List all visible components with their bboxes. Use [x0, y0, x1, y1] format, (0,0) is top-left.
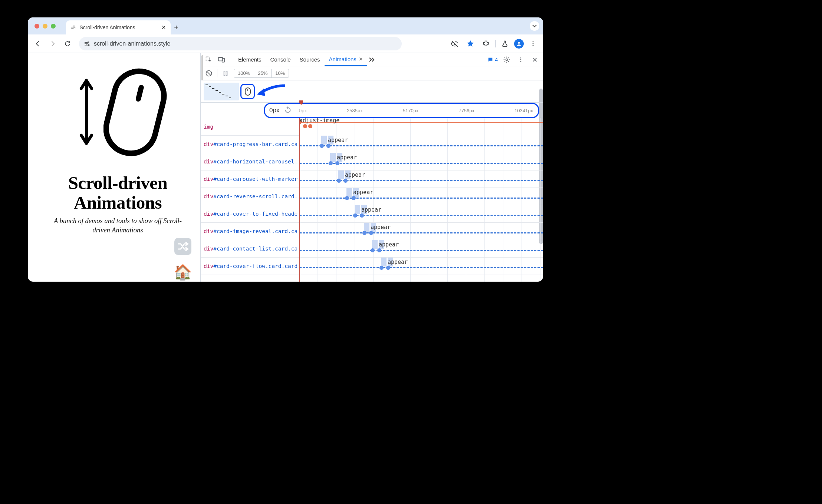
minimize-window[interactable] [43, 24, 47, 29]
keyframe-start[interactable] [337, 179, 341, 183]
keyframe-end[interactable] [326, 144, 331, 148]
track-label[interactable]: div#card-progress-bar.card.ca [201, 136, 299, 153]
close-tab-icon[interactable]: ✕ [359, 56, 363, 62]
thumb-staircase-icon [204, 83, 239, 100]
clear-animations-button[interactable] [204, 68, 214, 79]
svg-point-0 [88, 42, 89, 43]
toolbar-right [448, 37, 539, 50]
speed-100[interactable]: 100% [234, 69, 254, 77]
flask-icon [501, 40, 509, 47]
shuffle-button[interactable] [174, 238, 191, 255]
speed-10[interactable]: 10% [272, 69, 289, 77]
track-label[interactable]: div#card-cover-flow.card.card [201, 258, 299, 275]
keyframe-end[interactable] [343, 179, 348, 183]
device-toggle-button[interactable] [216, 54, 227, 65]
devtools-panel: Elements Console Sources Animations ✕ 4 [201, 53, 543, 282]
issues-button[interactable]: 4 [487, 57, 498, 63]
devtools-tab-animations[interactable]: Animations ✕ [325, 53, 367, 66]
close-tab-icon[interactable]: ✕ [161, 24, 166, 31]
playhead-icon[interactable] [299, 100, 303, 105]
page-viewport[interactable]: Scroll-driven Animations A bunch of demo… [28, 53, 201, 282]
track-lane[interactable]: appear [299, 240, 543, 258]
animation-group-thumbnail[interactable] [204, 83, 239, 100]
message-icon [487, 57, 493, 63]
browser-tab[interactable]: ↕🖱 Scroll-driven Animations ✕ [66, 20, 171, 34]
devtools-settings-button[interactable] [502, 54, 512, 65]
timeline-tracks[interactable]: img div#card-progress-bar.card.cadiv#car… [201, 118, 543, 282]
track-label[interactable]: div#card-carousel-with-marker [201, 170, 299, 188]
devtools-tab-sources[interactable]: Sources [295, 53, 325, 66]
track-label-img[interactable]: img [201, 118, 299, 136]
tick-0: 0px [299, 108, 307, 113]
bookmark-button[interactable] [464, 37, 477, 50]
hide-button[interactable] [448, 37, 461, 50]
page-subheading: A bunch of demos and tools to show off S… [46, 216, 189, 235]
track-label[interactable]: div#card-horizontal-carousel. [201, 153, 299, 170]
replay-button[interactable] [284, 106, 292, 115]
scroll-driven-badge[interactable] [240, 84, 255, 99]
maximize-window[interactable] [51, 24, 56, 29]
track-lanes-column[interactable]: adjust-image appearappearappearappearapp… [299, 118, 543, 282]
pause-all-button[interactable] [220, 68, 231, 79]
lane-playhead[interactable] [299, 118, 300, 282]
devtools-menu-button[interactable] [516, 54, 526, 65]
inspect-icon [205, 56, 213, 63]
devtools-tabs: Elements Console Sources Animations ✕ [234, 53, 377, 66]
track-lane[interactable]: appear [299, 258, 543, 275]
chrome-menu-button[interactable] [527, 37, 539, 50]
devtools-tab-elements[interactable]: Elements [234, 53, 266, 66]
animation-name: appear [337, 154, 357, 161]
keyframe-end[interactable] [335, 161, 339, 165]
keyframe-start[interactable] [362, 231, 366, 235]
track-lane[interactable]: appear [299, 136, 543, 153]
track-label[interactable]: div#card-reverse-scroll.card. [201, 188, 299, 205]
keyframe-start[interactable] [379, 266, 384, 270]
keyframe-end[interactable] [377, 248, 381, 252]
keyframe-end[interactable] [352, 196, 356, 200]
track-label[interactable]: div#card-image-reveal.card.ca [201, 223, 299, 240]
track-lane[interactable]: appear [299, 153, 543, 170]
home-button[interactable]: 🏠 [174, 263, 191, 281]
tab-list-menu-button[interactable] [530, 21, 539, 31]
track-lane[interactable]: appear [299, 223, 543, 240]
keyframe-end[interactable] [360, 213, 364, 218]
track-lane[interactable]: appear [299, 188, 543, 205]
close-window[interactable] [34, 24, 39, 29]
devtools-close-button[interactable] [530, 54, 540, 65]
track-lane[interactable]: appear [299, 205, 543, 223]
track-lane-img[interactable]: adjust-image [299, 118, 543, 136]
profile-button[interactable] [514, 39, 524, 49]
separator [217, 69, 217, 77]
animation-name: appear [388, 259, 408, 265]
back-button[interactable] [32, 37, 44, 50]
new-tab-button[interactable]: + [171, 20, 182, 34]
keyframe-start[interactable] [371, 248, 375, 252]
track-label[interactable]: div#card-cover-to-fixed-heade [201, 205, 299, 223]
no-entry-icon [205, 70, 213, 77]
reload-button[interactable] [61, 37, 74, 50]
keyframe-start[interactable] [329, 161, 333, 165]
puzzle-icon [482, 40, 490, 47]
animation-name: appear [379, 241, 399, 248]
keyframe-end[interactable] [369, 231, 373, 235]
track-lane[interactable]: appear [299, 170, 543, 188]
pause-icon [222, 70, 229, 77]
devtools-tab-console[interactable]: Console [266, 53, 295, 66]
speed-25[interactable]: 25% [254, 69, 272, 77]
keyframe-start[interactable] [320, 144, 324, 148]
experiments-button[interactable] [499, 37, 511, 50]
forward-button[interactable] [46, 37, 59, 50]
devtools-more-tabs[interactable] [367, 57, 377, 62]
extensions-button[interactable] [480, 37, 492, 50]
keyframe-end[interactable] [386, 266, 390, 270]
keyframe-start[interactable] [353, 213, 357, 218]
svg-point-4 [533, 41, 534, 42]
track-label[interactable]: div#card-contact-list.card.ca [201, 240, 299, 258]
inspect-element-button[interactable] [204, 54, 214, 65]
keyframe-start[interactable] [345, 196, 349, 200]
mouse-icon [244, 87, 251, 96]
address-bar[interactable]: scroll-driven-animations.style [79, 37, 402, 50]
svg-point-6 [533, 45, 534, 46]
site-permissions-chip[interactable] [83, 40, 90, 47]
close-icon [532, 57, 538, 63]
